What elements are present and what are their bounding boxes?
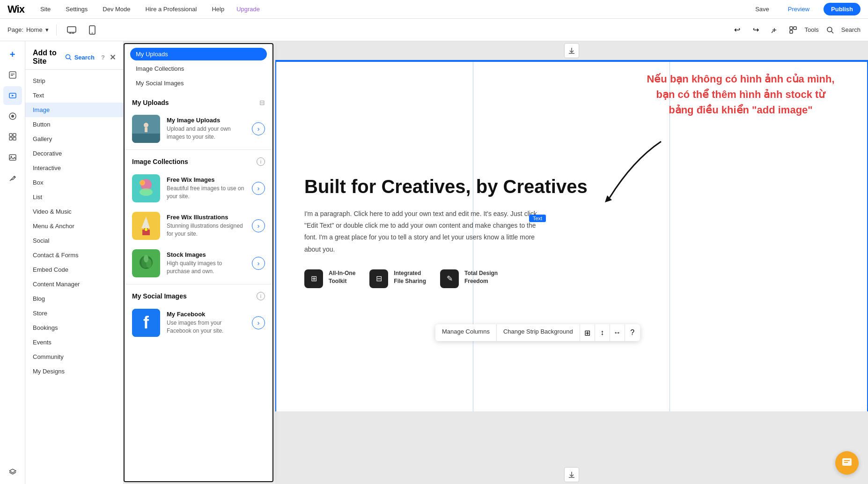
my-facebook-arrow[interactable]: ›: [252, 316, 265, 329]
download-top-icon[interactable]: [564, 43, 579, 58]
toolbar-help-icon[interactable]: ?: [625, 324, 640, 341]
add-item-bookings[interactable]: Bookings: [25, 320, 123, 335]
help-icon[interactable]: ?: [101, 54, 105, 61]
uploads-tabs: My Uploads Image Collections My Social I…: [125, 44, 272, 93]
page-toolbar: Page: Home ▾ ↩ ↪ Tools Search: [0, 19, 868, 41]
add-item-interactive[interactable]: Interactive: [25, 161, 123, 175]
tab-my-uploads[interactable]: My Uploads: [130, 48, 267, 60]
wix-logo: Wix: [7, 3, 24, 15]
tab-image-collections[interactable]: Image Collections: [130, 62, 267, 75]
media-icon[interactable]: [3, 86, 22, 105]
search-button[interactable]: Search: [841, 26, 861, 33]
my-facebook-thumb: f: [132, 309, 160, 337]
my-image-uploads-info: My Image Uploads Upload and add your own…: [167, 117, 245, 141]
change-strip-background-button[interactable]: Change Strip Background: [497, 324, 580, 341]
add-item-gallery[interactable]: Gallery: [25, 132, 123, 146]
free-wix-images-item[interactable]: Free Wix Images Beautiful free images to…: [125, 170, 272, 207]
my-image-uploads-arrow[interactable]: ›: [252, 122, 265, 135]
add-item-text[interactable]: Text: [25, 88, 123, 103]
svg-point-47: [144, 255, 148, 262]
text-badge: Text: [529, 215, 546, 222]
desktop-view-icon[interactable]: [64, 22, 79, 37]
add-item-decorative[interactable]: Decorative: [25, 146, 123, 161]
stock-images-thumb: [132, 249, 160, 277]
nav-hire[interactable]: Hire a Professional: [143, 4, 200, 15]
my-social-images-section-header: My Social Images i: [125, 286, 272, 304]
my-facebook-item[interactable]: f My Facebook Use images from your Faceb…: [125, 304, 272, 342]
manage-columns-button[interactable]: Manage Columns: [435, 324, 497, 341]
close-icon[interactable]: ✕: [110, 53, 116, 62]
add-item-social[interactable]: Social: [25, 233, 123, 248]
add-item-image[interactable]: Image: [25, 103, 123, 117]
stock-images-desc: High quality images to purchase and own.: [167, 260, 245, 276]
apps-icon[interactable]: [3, 127, 22, 146]
free-wix-images-arrow[interactable]: ›: [252, 182, 265, 195]
image-collections-info-icon[interactable]: i: [257, 157, 265, 166]
image-icon[interactable]: [3, 148, 22, 167]
main-layout: + Add to Site Sear: [0, 41, 868, 484]
add-item-store[interactable]: Store: [25, 306, 123, 320]
hero-title-area: Built for Creatives, by Creatives I'm a …: [304, 174, 839, 255]
add-item-contact-forms[interactable]: Contact & Forms: [25, 248, 123, 262]
search-icon[interactable]: [823, 22, 838, 37]
layers-icon[interactable]: [3, 462, 22, 480]
add-item-embed-code[interactable]: Embed Code: [25, 262, 123, 277]
pages-icon[interactable]: [3, 66, 22, 84]
nav-help[interactable]: Help: [209, 4, 227, 15]
zoom-icon[interactable]: [767, 22, 782, 37]
tools-button[interactable]: Tools: [804, 26, 818, 33]
move-up-down-icon[interactable]: ↕: [595, 324, 610, 341]
add-item-blog[interactable]: Blog: [25, 291, 123, 306]
image-collections-title: Image Collections: [132, 158, 188, 165]
page-selector[interactable]: Page: Home ▾: [7, 26, 49, 33]
my-uploads-expand-icon[interactable]: ⊟: [259, 99, 265, 106]
svg-point-36: [140, 188, 153, 196]
stock-images-item[interactable]: Stock Images High quality images to purc…: [125, 245, 272, 282]
publish-button[interactable]: Publish: [824, 3, 861, 15]
add-panel-search[interactable]: Search: [65, 54, 95, 61]
my-facebook-info: My Facebook Use images from your Faceboo…: [167, 311, 245, 335]
add-item-button[interactable]: Button: [25, 117, 123, 132]
redo-icon[interactable]: ↪: [748, 22, 763, 37]
chat-widget[interactable]: [835, 451, 859, 475]
download-bottom-icon[interactable]: [564, 467, 579, 482]
move-left-right-icon[interactable]: ↔: [610, 324, 625, 341]
canvas-top-bar: [275, 41, 868, 60]
free-wix-illustrations-item[interactable]: Free Wix Illustrations Stunning illustra…: [125, 207, 272, 245]
pen-icon[interactable]: [3, 169, 22, 187]
save-button[interactable]: Save: [750, 4, 774, 15]
add-item-events[interactable]: Events: [25, 335, 123, 350]
nav-upgrade[interactable]: Upgrade: [236, 6, 260, 13]
nav-devmode[interactable]: Dev Mode: [100, 4, 133, 15]
add-item-list[interactable]: List: [25, 190, 123, 204]
tab-my-social-images[interactable]: My Social Images: [130, 77, 267, 89]
svg-text:f: f: [143, 313, 149, 332]
add-item-box[interactable]: Box: [25, 175, 123, 190]
my-social-images-info-icon[interactable]: i: [257, 292, 265, 300]
image-collections-section-header: Image Collections i: [125, 152, 272, 170]
undo-icon[interactable]: ↩: [729, 22, 744, 37]
hero-description: I'm a paragraph. Click here to add your …: [304, 208, 538, 255]
add-item-menu-anchor[interactable]: Menu & Anchor: [25, 219, 123, 233]
stock-images-arrow[interactable]: ›: [252, 257, 265, 270]
add-item-my-designs[interactable]: My Designs: [25, 364, 123, 379]
my-image-uploads-item[interactable]: My Image Uploads Upload and add your own…: [125, 110, 272, 148]
grid-icon[interactable]: ⊞: [580, 324, 595, 341]
mobile-view-icon[interactable]: [85, 22, 100, 37]
all-in-one-icon: ⊞: [304, 269, 323, 288]
svg-rect-9: [790, 27, 793, 30]
design-icon[interactable]: [3, 107, 22, 126]
preview-button[interactable]: Preview: [783, 4, 814, 15]
add-item-community[interactable]: Community: [25, 350, 123, 364]
free-wix-illustrations-arrow[interactable]: ›: [252, 219, 265, 232]
add-element-icon[interactable]: +: [3, 45, 22, 64]
add-item-strip[interactable]: Strip: [25, 74, 123, 88]
nav-site[interactable]: Site: [37, 4, 53, 15]
add-item-video-music[interactable]: Video & Music: [25, 204, 123, 219]
nav-settings[interactable]: Settings: [63, 4, 90, 15]
svg-rect-11: [790, 30, 793, 33]
add-item-content-manager[interactable]: Content Manager: [25, 277, 123, 291]
tools-icon[interactable]: [786, 22, 801, 37]
free-wix-images-title: Free Wix Images: [167, 176, 245, 183]
vietnamese-text: Nếu bạn không có hình ảnh của mình, bạn …: [642, 71, 839, 118]
